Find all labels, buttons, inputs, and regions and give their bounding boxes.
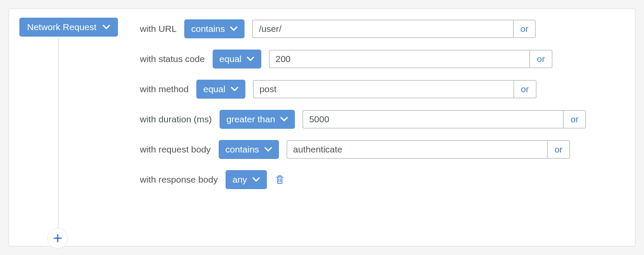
or-button[interactable]: or	[514, 80, 536, 98]
filter-row: with URLcontainsor	[140, 19, 625, 38]
filter-label: with duration (ms)	[140, 114, 212, 124]
value-group: or	[303, 110, 586, 128]
left-column: Network Request	[19, 18, 140, 37]
filter-label: with URL	[140, 24, 176, 34]
operator-select[interactable]: equal	[213, 50, 261, 68]
event-type-select[interactable]: Network Request	[19, 18, 118, 37]
value-input[interactable]	[269, 50, 529, 68]
filter-row: with methodequalor	[140, 80, 625, 99]
operator-select[interactable]: equal	[196, 80, 245, 99]
chevron-down-icon	[252, 177, 260, 182]
value-group: or	[252, 20, 536, 38]
value-input[interactable]	[303, 110, 563, 128]
operator-label: greater than	[226, 114, 275, 124]
filter-label: with status code	[140, 54, 205, 64]
operator-select[interactable]: any	[226, 170, 267, 189]
operator-label: any	[232, 174, 247, 185]
operator-select[interactable]: contains	[219, 140, 279, 159]
filter-row: with duration (ms)greater thanor	[140, 110, 625, 129]
chevron-down-icon	[264, 147, 272, 152]
chevron-down-icon	[231, 87, 238, 92]
value-input[interactable]	[252, 20, 513, 38]
add-filter-button[interactable]	[47, 228, 68, 249]
operator-label: contains	[191, 24, 225, 34]
value-input[interactable]	[253, 80, 514, 98]
filter-row: with status codeequalor	[140, 50, 625, 68]
filter-row: with request bodycontainsor	[140, 140, 625, 159]
filter-label: with response body	[140, 174, 218, 185]
operator-label: contains	[226, 144, 259, 155]
filter-label: with request body	[140, 144, 211, 155]
or-button[interactable]: or	[529, 50, 552, 68]
chevron-down-icon	[280, 117, 288, 122]
event-type-label: Network Request	[27, 22, 96, 32]
filter-row: with response bodyany	[140, 170, 625, 189]
operator-label: equal	[203, 84, 225, 94]
or-button[interactable]: or	[547, 140, 570, 159]
operator-label: equal	[220, 54, 242, 64]
filters-list: with URLcontainsorwith status codeequalo…	[140, 18, 625, 189]
chevron-down-icon	[230, 26, 238, 31]
value-group: or	[287, 140, 570, 159]
filter-panel: Network Request with URLcontainsorwith s…	[9, 9, 635, 246]
operator-select[interactable]: greater than	[220, 110, 295, 129]
value-input[interactable]	[287, 140, 547, 159]
tree-connector-line	[58, 37, 59, 232]
chevron-down-icon	[102, 25, 110, 30]
value-group: or	[269, 50, 552, 68]
or-button[interactable]: or	[513, 20, 536, 38]
trash-icon[interactable]	[275, 175, 284, 184]
chevron-down-icon	[247, 56, 254, 62]
filter-label: with method	[140, 84, 189, 94]
value-group: or	[253, 80, 536, 98]
operator-select[interactable]: contains	[184, 19, 245, 38]
or-button[interactable]: or	[563, 110, 586, 128]
